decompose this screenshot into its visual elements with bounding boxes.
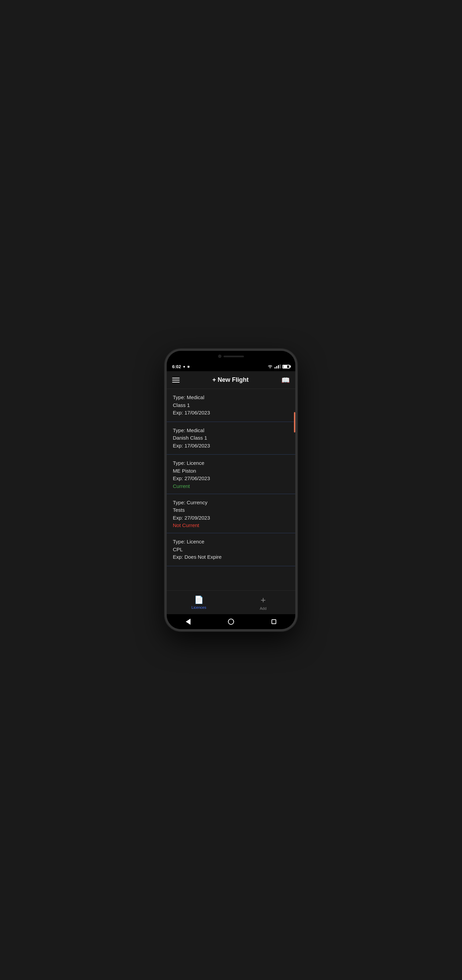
licence-item[interactable]: Type: Currency Tests Exp: 27/09/2023 Not… xyxy=(167,494,295,533)
battery-icon xyxy=(283,365,290,369)
licence-status-current: Current xyxy=(173,483,289,489)
status-icon-1: ● xyxy=(183,364,186,369)
phone-top-decoration xyxy=(167,351,295,362)
app-content: Type: Medical Class 1 Exp: 17/06/2023 Ty… xyxy=(167,389,295,590)
nav-item-add[interactable]: + Add xyxy=(231,595,295,611)
add-icon: + xyxy=(260,595,266,605)
hamburger-line-2 xyxy=(172,380,179,380)
hamburger-menu-button[interactable] xyxy=(172,378,179,382)
signal-icon xyxy=(275,364,281,369)
recent-icon xyxy=(271,619,276,624)
licence-item[interactable]: Type: Medical Danish Class 1 Exp: 17/06/… xyxy=(167,422,295,455)
nav-item-licences[interactable]: 📄 Licences xyxy=(167,595,231,609)
recent-button[interactable] xyxy=(269,617,279,627)
status-left: 6:02 ● ■ xyxy=(172,364,189,369)
licences-icon: 📄 xyxy=(194,595,203,605)
status-time: 6:02 xyxy=(172,364,181,369)
app-header: + New Flight 📖 xyxy=(167,371,295,389)
status-right xyxy=(267,364,290,369)
phone-frame: 6:02 ● ■ xyxy=(165,349,297,631)
camera-dot xyxy=(218,355,221,358)
licence-type: Type: Medical xyxy=(173,394,289,401)
licence-item[interactable]: Type: Licence ME Piston Exp: 27/06/2023 … xyxy=(167,455,295,494)
licence-type: Type: Licence xyxy=(173,538,289,546)
licence-type: Type: Currency xyxy=(173,499,289,507)
home-button[interactable] xyxy=(226,617,236,627)
battery-fill xyxy=(283,366,287,368)
header-title: + New Flight xyxy=(212,376,249,383)
home-icon xyxy=(228,619,234,625)
system-nav xyxy=(167,614,295,629)
nav-label-add: Add xyxy=(260,606,267,611)
licence-exp: Exp: Does Not Expire xyxy=(173,553,289,561)
licence-name: Tests xyxy=(173,506,289,514)
back-button[interactable] xyxy=(183,617,193,627)
licence-status-not-current: Not Current xyxy=(173,522,289,528)
licence-name: ME Piston xyxy=(173,467,289,475)
wifi-icon xyxy=(267,364,273,369)
status-icon-2: ■ xyxy=(187,364,190,369)
hamburger-line-3 xyxy=(172,382,179,382)
licence-exp: Exp: 17/06/2023 xyxy=(173,442,289,450)
status-bar: 6:02 ● ■ xyxy=(167,362,295,371)
licence-item[interactable]: Type: Medical Class 1 Exp: 17/06/2023 xyxy=(167,389,295,422)
licence-name: CPL xyxy=(173,546,289,554)
nav-label-licences: Licences xyxy=(192,605,206,609)
licence-exp: Exp: 27/09/2023 xyxy=(173,514,289,522)
licence-item[interactable]: Type: Licence CPL Exp: Does Not Expire xyxy=(167,533,295,566)
speaker-bar xyxy=(224,356,244,357)
bottom-nav: 📄 Licences + Add xyxy=(167,590,295,614)
scroll-indicator xyxy=(294,412,295,433)
back-icon xyxy=(186,619,191,625)
licence-type: Type: Medical xyxy=(173,427,289,434)
licence-exp: Exp: 17/06/2023 xyxy=(173,409,289,417)
svg-point-0 xyxy=(270,368,270,368)
licence-name: Class 1 xyxy=(173,401,289,409)
licence-name: Danish Class 1 xyxy=(173,434,289,442)
book-icon[interactable]: 📖 xyxy=(281,376,290,384)
licence-type: Type: Licence xyxy=(173,460,289,467)
hamburger-line-1 xyxy=(172,378,179,379)
licence-exp: Exp: 27/06/2023 xyxy=(173,475,289,482)
